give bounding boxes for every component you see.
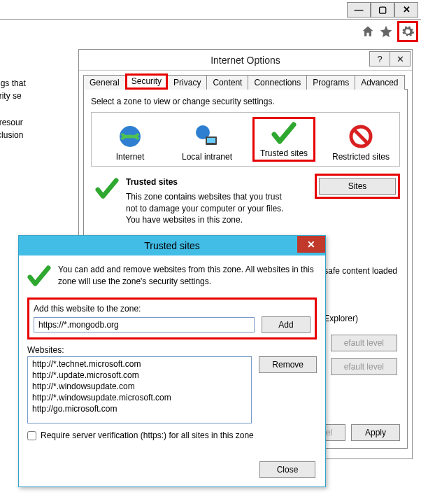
home-icon[interactable] — [361, 24, 375, 38]
trusted-sites-dialog: Trusted sites ✕ You can add and remove w… — [18, 235, 326, 487]
zone-label-text: Internet — [116, 152, 145, 162]
add-button[interactable]: Add — [262, 316, 311, 333]
svg-rect-3 — [207, 138, 215, 143]
websites-listbox[interactable]: http://*.technet.microsoft.com http://*.… — [27, 356, 252, 424]
zone-label-text: Local intranet — [182, 152, 232, 162]
close-button[interactable]: Close — [259, 461, 315, 478]
gear-icon[interactable] — [401, 24, 415, 38]
list-item[interactable]: http://*.windowsupdate.microsoft.com — [29, 392, 250, 403]
zone-prompt: Select a zone to view or change security… — [91, 97, 400, 106]
zone-label-text: Trusted sites — [260, 148, 308, 158]
browser-toolbar — [0, 20, 421, 43]
zone-local-intranet[interactable]: Local intranet — [176, 124, 238, 162]
trusted-heading: Trusted sites — [126, 176, 287, 188]
svg-line-5 — [354, 130, 368, 144]
checkmark-icon — [271, 120, 297, 146]
zone-trusted-sites[interactable]: Trusted sites — [252, 117, 315, 162]
checkmark-icon — [95, 176, 119, 200]
globe-icon — [117, 124, 143, 149]
zone-label-text: Restricted sites — [332, 152, 390, 162]
add-website-input[interactable] — [34, 317, 255, 332]
partial-line: safe content loaded — [324, 265, 397, 277]
sites-button-highlight: Sites — [315, 174, 400, 199]
default-level-button[interactable]: efault level — [331, 358, 397, 375]
dialog-close-button[interactable]: ✕ — [390, 51, 411, 66]
trusted-sites-title: Trusted sites — [144, 240, 200, 251]
trusted-desc-line: You have websites in this zone. — [126, 214, 287, 226]
list-item[interactable]: http://*.technet.microsoft.com — [29, 358, 250, 370]
checkmark-icon — [27, 264, 51, 288]
trusted-sites-titlebar: Trusted sites ✕ — [19, 236, 325, 255]
local-intranet-icon — [194, 124, 220, 149]
add-website-highlight: Add this website to the zone: Add — [27, 298, 317, 340]
zone-internet[interactable]: Internet — [99, 124, 162, 162]
require-https-checkbox[interactable] — [27, 431, 36, 440]
trusted-sites-intro: You can add and remove websites from thi… — [58, 264, 317, 288]
favorites-icon[interactable] — [379, 24, 393, 38]
window-maximize-button[interactable]: ▢ — [371, 2, 394, 18]
trusted-desc-line: This zone contains websites that you tru… — [126, 191, 287, 215]
restricted-icon — [348, 124, 373, 149]
partial-line: Explorer) — [324, 312, 397, 325]
internet-options-titlebar: Internet Options ? ✕ — [79, 50, 412, 71]
tab-programs[interactable]: Programs — [306, 75, 355, 90]
custom-level-button[interactable]: efault level — [331, 335, 397, 351]
list-item[interactable]: http://*.update.microsoft.com — [29, 370, 250, 381]
apply-button[interactable]: Apply — [351, 424, 400, 441]
require-https-label: Require server verification (https:) for… — [41, 430, 254, 440]
tab-connections[interactable]: Connections — [248, 75, 307, 90]
tab-content[interactable]: Content — [206, 75, 248, 90]
sites-button[interactable]: Sites — [319, 178, 396, 195]
tab-general[interactable]: General — [83, 75, 126, 90]
tab-privacy[interactable]: Privacy — [167, 75, 207, 90]
partial-text: safe content loaded Explorer) — [324, 265, 397, 325]
zone-selector: Internet Local intranet Trusted sites Re… — [91, 112, 400, 167]
help-button[interactable]: ? — [369, 51, 390, 66]
list-item[interactable]: http://*.windowsupdate.com — [29, 381, 250, 392]
settings-gear-highlight — [397, 21, 418, 42]
tab-advanced[interactable]: Advanced — [355, 75, 404, 90]
window-close-button[interactable]: ✕ — [394, 2, 418, 18]
list-item[interactable]: http://go.microsoft.com — [29, 403, 250, 414]
add-website-label: Add this website to the zone: — [34, 304, 311, 314]
window-minimize-button[interactable]: — — [347, 2, 371, 18]
tabs-row: General Security Privacy Content Connect… — [83, 75, 408, 90]
websites-label: Websites: — [27, 345, 317, 355]
zone-restricted-sites[interactable]: Restricted sites — [329, 124, 392, 162]
tab-security[interactable]: Security — [125, 74, 168, 90]
remove-button[interactable]: Remove — [259, 356, 317, 373]
window-titlebar: — ▢ ✕ — [0, 0, 421, 20]
trusted-sites-close-button[interactable]: ✕ — [297, 236, 325, 253]
internet-options-title: Internet Options — [210, 55, 280, 66]
